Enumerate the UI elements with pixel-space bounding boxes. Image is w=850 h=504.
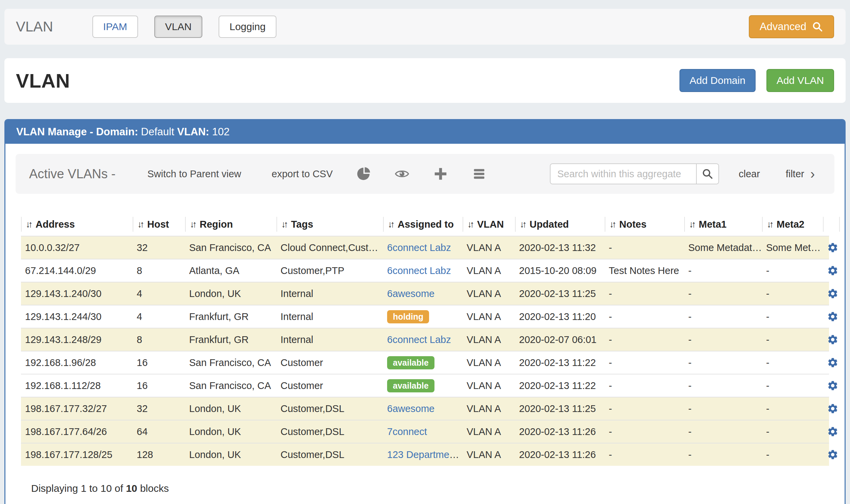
cell-host: 4 bbox=[132, 311, 185, 322]
row-settings-gear-icon[interactable] bbox=[827, 402, 838, 415]
column-header-label: Meta1 bbox=[699, 219, 726, 230]
assigned-link[interactable]: 7connect bbox=[387, 426, 427, 437]
column-header-vlan[interactable]: ↓↑VLAN bbox=[463, 217, 515, 232]
column-header-updated[interactable]: ↓↑Updated bbox=[515, 217, 605, 232]
row-settings-gear-icon[interactable] bbox=[827, 448, 838, 461]
cell-meta1: - bbox=[684, 311, 762, 322]
assigned-link[interactable]: 6connect Labz bbox=[387, 265, 451, 276]
row-settings-gear-icon[interactable] bbox=[827, 310, 838, 323]
column-header-tags[interactable]: ↓↑Tags bbox=[277, 217, 383, 232]
cell-meta1: - bbox=[684, 403, 762, 414]
cell-assigned: 6awesome bbox=[383, 288, 463, 299]
column-header-region[interactable]: ↓↑Region bbox=[185, 217, 277, 232]
page-title: VLAN bbox=[16, 69, 70, 92]
cell-meta1: Some Metadata 1 bbox=[684, 242, 762, 253]
table-row: 67.214.144.0/298Atlanta, GACustomer,PTP6… bbox=[21, 259, 829, 282]
search-submit-button[interactable] bbox=[696, 164, 719, 184]
status-badge[interactable]: available bbox=[387, 356, 435, 370]
cell-host: 8 bbox=[132, 265, 185, 276]
cell-actions bbox=[823, 448, 840, 461]
pie-chart-icon[interactable] bbox=[356, 166, 371, 182]
cell-updated: 2020-02-13 11:22 bbox=[515, 380, 605, 391]
cell-tags: Customer,DSL bbox=[277, 403, 383, 414]
assigned-link[interactable]: 123 Department bbox=[387, 449, 459, 460]
footer-prefix: Displaying 1 to 10 of bbox=[31, 483, 123, 494]
column-header-notes[interactable]: ↓↑Notes bbox=[605, 217, 684, 232]
cell-tags: Internal bbox=[277, 288, 383, 299]
cell-updated: 2020-02-13 11:25 bbox=[515, 288, 605, 299]
cell-vlan: VLAN A bbox=[463, 311, 515, 322]
column-header-meta2[interactable]: ↓↑Meta2 bbox=[762, 217, 823, 232]
table-row: 192.168.1.96/2816San Francisco, CACustom… bbox=[21, 351, 829, 374]
cell-address: 192.168.1.96/28 bbox=[21, 357, 132, 368]
advanced-search-label: Advanced bbox=[760, 21, 807, 33]
cell-meta1: - bbox=[684, 288, 762, 299]
eye-icon[interactable] bbox=[394, 166, 410, 182]
cell-meta2: - bbox=[762, 426, 823, 437]
nav-tabs: IPAM VLAN Logging bbox=[92, 16, 277, 38]
row-settings-gear-icon[interactable] bbox=[827, 356, 838, 369]
cell-tags: Customer,DSL bbox=[277, 449, 383, 461]
cell-updated: 2020-02-13 11:25 bbox=[515, 403, 605, 414]
cell-updated: 2020-02-13 11:20 bbox=[515, 311, 605, 322]
column-header-actions bbox=[823, 217, 840, 232]
cell-vlan: VLAN A bbox=[463, 357, 515, 368]
cell-host: 32 bbox=[132, 403, 185, 414]
cell-updated: 2020-02-07 06:01 bbox=[515, 334, 605, 345]
menu-icon[interactable] bbox=[471, 166, 487, 182]
advanced-search-button[interactable]: Advanced bbox=[749, 15, 834, 38]
assigned-link[interactable]: 6awesome bbox=[387, 403, 435, 414]
tab-logging[interactable]: Logging bbox=[218, 16, 277, 38]
status-badge[interactable]: available bbox=[387, 379, 435, 392]
cell-tags: Internal bbox=[277, 311, 383, 322]
top-navigation-bar: VLAN IPAM VLAN Logging Advanced bbox=[4, 9, 846, 44]
row-settings-gear-icon[interactable] bbox=[827, 287, 838, 300]
cell-notes: - bbox=[605, 426, 684, 437]
assigned-link[interactable]: 6awesome bbox=[387, 288, 435, 299]
panel-body: Active VLANs - Switch to Parent view exp… bbox=[5, 144, 845, 494]
cell-region: Atlanta, GA bbox=[185, 265, 277, 276]
cell-meta2: - bbox=[762, 265, 823, 276]
status-badge[interactable]: holding bbox=[387, 310, 429, 323]
panel-domain-value: Default bbox=[141, 126, 174, 138]
column-header-assigned-to[interactable]: ↓↑Assigned to bbox=[383, 217, 463, 232]
add-vlan-button[interactable]: Add VLAN bbox=[766, 69, 834, 92]
toolbar-title: Active VLANs - bbox=[29, 167, 116, 181]
assigned-link[interactable]: 6connect Labz bbox=[387, 334, 451, 345]
vlan-manage-panel: VLAN Manage - Domain: Default VLAN: 102 … bbox=[4, 119, 846, 504]
row-settings-gear-icon[interactable] bbox=[827, 379, 838, 392]
row-settings-gear-icon[interactable] bbox=[827, 264, 838, 277]
column-header-address[interactable]: ↓↑Address bbox=[21, 217, 132, 232]
switch-parent-view-link[interactable]: Switch to Parent view bbox=[147, 168, 241, 180]
cell-address: 10.0.0.32/27 bbox=[21, 242, 132, 253]
search-input[interactable] bbox=[551, 164, 696, 184]
filter-link[interactable]: filter › bbox=[786, 167, 815, 181]
table-row: 129.143.1.244/304Frankfurt, GRInternalho… bbox=[21, 305, 829, 328]
row-settings-gear-icon[interactable] bbox=[827, 425, 838, 438]
cell-notes: - bbox=[605, 311, 684, 322]
cell-assigned: 6connect Labz bbox=[383, 265, 463, 276]
plus-icon[interactable] bbox=[433, 166, 448, 182]
sort-icon: ↓↑ bbox=[767, 219, 772, 230]
tab-vlan[interactable]: VLAN bbox=[154, 16, 202, 38]
cell-notes: - bbox=[605, 403, 684, 414]
assigned-link[interactable]: 6connect Labz bbox=[387, 242, 451, 253]
cell-meta2: - bbox=[762, 288, 823, 299]
column-header-meta1[interactable]: ↓↑Meta1 bbox=[684, 217, 762, 232]
cell-assigned: 6connect Labz bbox=[383, 334, 463, 345]
column-header-label: Meta2 bbox=[777, 219, 804, 230]
cell-assigned: 7connect bbox=[383, 426, 463, 437]
export-csv-link[interactable]: export to CSV bbox=[272, 168, 333, 180]
tab-ipam[interactable]: IPAM bbox=[92, 16, 138, 38]
column-header-label: VLAN bbox=[477, 219, 504, 230]
cell-tags: Customer bbox=[277, 380, 383, 391]
cell-tags: Internal bbox=[277, 334, 383, 345]
row-settings-gear-icon[interactable] bbox=[827, 241, 838, 254]
sort-icon: ↓↑ bbox=[609, 219, 615, 230]
row-settings-gear-icon[interactable] bbox=[827, 333, 838, 346]
add-domain-button[interactable]: Add Domain bbox=[679, 69, 756, 92]
clear-link[interactable]: clear bbox=[739, 168, 760, 180]
column-header-host[interactable]: ↓↑Host bbox=[132, 217, 185, 232]
filter-label: filter bbox=[786, 168, 804, 180]
cell-assigned: available bbox=[383, 356, 463, 370]
